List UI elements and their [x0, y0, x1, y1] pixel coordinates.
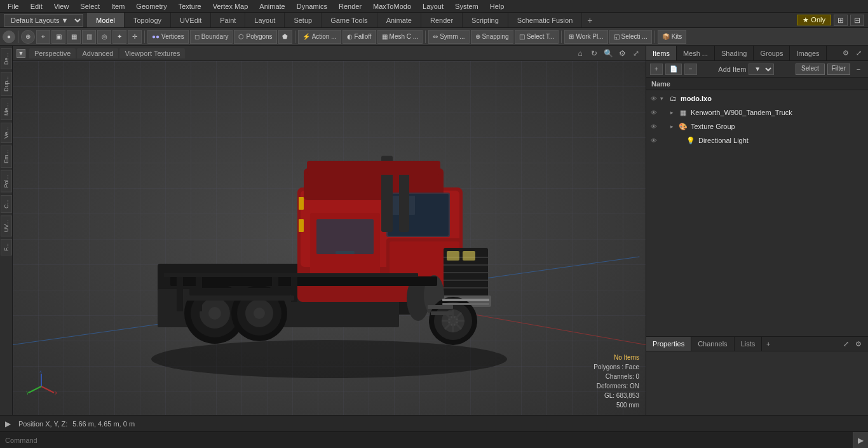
pp-tab-channels[interactable]: Channels	[691, 337, 734, 351]
select-t-btn[interactable]: ◫ Select T...	[515, 30, 559, 44]
vp-expand-icon[interactable]: ⤢	[630, 48, 642, 59]
item-eye-light[interactable]: 👁	[649, 135, 659, 146]
item-row-light[interactable]: 👁 💡 Directional Light	[646, 133, 868, 147]
vp-tab-textures[interactable]: Viewport Textures	[119, 48, 185, 58]
pp-tab-lists[interactable]: Lists	[735, 337, 763, 351]
symm-btn[interactable]: ⇔ Symm ...	[428, 30, 469, 44]
menu-animate[interactable]: Animate	[254, 1, 290, 11]
menu-system[interactable]: System	[450, 1, 484, 11]
rp-tab-shading[interactable]: Shading	[715, 46, 754, 60]
kits-btn[interactable]: 📦 Kits	[658, 30, 687, 44]
sidebar-tab-f[interactable]: F...	[1, 239, 12, 255]
item-row-root[interactable]: 👁 ▾ 🗂 modo.lxo	[646, 92, 868, 105]
mode-circle-btn[interactable]: ●	[3, 31, 15, 43]
item-arrow-texture[interactable]: ▸	[670, 123, 678, 130]
tool-target-btn[interactable]: ⌖	[36, 30, 50, 44]
rp-expand-icon[interactable]: ⤢	[853, 48, 864, 59]
tab-topology[interactable]: Topology	[125, 13, 171, 27]
status-arrow[interactable]: ▶	[5, 419, 11, 428]
items-doc-btn[interactable]: 📄	[665, 64, 682, 75]
tab-scripting[interactable]: Scripting	[463, 13, 508, 27]
menu-texture[interactable]: Texture	[173, 1, 207, 11]
vp-settings-icon[interactable]: ⚙	[616, 48, 628, 59]
items-plus-btn[interactable]: +	[650, 64, 663, 75]
tab-layout[interactable]: Layout	[245, 13, 285, 27]
tool-cross-btn[interactable]: ✛	[128, 30, 142, 44]
tab-setup[interactable]: Setup	[285, 13, 322, 27]
layout-icon-2[interactable]: ⊟	[850, 15, 864, 26]
item-eye-root[interactable]: 👁	[649, 93, 659, 104]
items-collapse-icon[interactable]: −	[853, 64, 864, 75]
add-item-select[interactable]: ▼	[749, 64, 774, 75]
sidebar-tab-uv[interactable]: UV...	[1, 215, 12, 236]
toggle-icon-btn[interactable]: ⬟	[278, 30, 292, 44]
vertices-btn[interactable]: ●● Vertices	[147, 30, 189, 44]
sidebar-tab-me[interactable]: Me...	[1, 98, 12, 120]
tab-animate[interactable]: Animate	[377, 13, 421, 27]
items-list[interactable]: 👁 ▾ 🗂 modo.lxo 👁 ▸ ▦ Kenworth_W900_Tande…	[646, 90, 868, 336]
mesh-c-btn[interactable]: ▦ Mesh C ...	[377, 30, 423, 44]
vp-home-icon[interactable]: ⌂	[574, 48, 586, 59]
menu-vertex-map[interactable]: Vertex Map	[208, 1, 254, 11]
items-minus-btn[interactable]: −	[684, 64, 697, 75]
action-btn[interactable]: ⚡ Action ...	[298, 30, 341, 44]
rp-tab-images[interactable]: Images	[790, 46, 826, 60]
menu-layout[interactable]: Layout	[417, 1, 449, 11]
vp-tab-advanced[interactable]: Advanced	[77, 48, 118, 58]
item-row-mesh[interactable]: 👁 ▸ ▦ Kenworth_W900_Tandem_Truck	[646, 105, 868, 119]
menu-edit[interactable]: Edit	[25, 1, 48, 11]
tab-schematic-fusion[interactable]: Schematic Fusion	[508, 13, 582, 27]
command-input[interactable]	[0, 437, 853, 444]
item-eye-texture[interactable]: 👁	[649, 121, 659, 132]
menu-dynamics[interactable]: Dynamics	[292, 1, 332, 11]
sidebar-tab-em[interactable]: Em...	[1, 146, 12, 168]
layout-icon-1[interactable]: ⊞	[834, 15, 848, 26]
item-arrow-mesh[interactable]: ▸	[670, 109, 678, 116]
viewport-menu-btn[interactable]: ▼	[17, 49, 25, 58]
pp-tab-add[interactable]: +	[762, 337, 775, 351]
tool-star-btn[interactable]: ✦	[112, 30, 126, 44]
item-row-texture[interactable]: 👁 ▸ 🎨 Texture Group	[646, 119, 868, 133]
menu-item[interactable]: Item	[106, 1, 130, 11]
vp-zoom-icon[interactable]: 🔍	[602, 48, 614, 59]
falloff-btn[interactable]: ◐ Falloff	[342, 30, 376, 44]
work-pl-btn[interactable]: ⊞ Work Pl...	[564, 30, 607, 44]
sidebar-tab-de[interactable]: De...	[1, 48, 12, 69]
menu-select[interactable]: Select	[75, 1, 105, 11]
tab-render[interactable]: Render	[421, 13, 463, 27]
tab-game-tools[interactable]: Game Tools	[322, 13, 377, 27]
menu-geometry[interactable]: Geometry	[131, 1, 172, 11]
layout-selector[interactable]: Default Layouts ▼	[4, 14, 83, 27]
tool-grid-btn[interactable]: ▦	[67, 30, 81, 44]
tool-box-btn[interactable]: ▣	[51, 30, 65, 44]
menu-render[interactable]: Render	[334, 1, 367, 11]
command-run-button[interactable]: ▶	[853, 432, 868, 448]
tool-half-grid-btn[interactable]: ▥	[82, 30, 96, 44]
sidebar-tab-c[interactable]: C...	[1, 195, 12, 213]
menu-file[interactable]: File	[3, 1, 24, 11]
viewport-canvas[interactable]: No Items Polygons : Face Channels: 0 Def…	[13, 61, 646, 415]
polygons-btn[interactable]: ⬡ Polygons	[234, 30, 276, 44]
vp-rotate-icon[interactable]: ↻	[588, 48, 600, 59]
pp-tab-properties[interactable]: Properties	[646, 337, 691, 351]
tab-uvedit[interactable]: UVEdit	[171, 13, 211, 27]
selecti-btn[interactable]: ◱ Selecti ...	[609, 30, 652, 44]
tab-model[interactable]: Model	[87, 13, 125, 27]
rp-tab-items[interactable]: Items	[646, 46, 677, 60]
tool-globe-btn[interactable]: ⊕	[21, 30, 35, 44]
menu-help[interactable]: Help	[485, 1, 510, 11]
sidebar-tab-ve[interactable]: Ve...	[1, 123, 12, 143]
star-button[interactable]: ★ Only	[797, 15, 831, 25]
tool-circle-btn[interactable]: ◎	[97, 30, 111, 44]
sidebar-tab-dup[interactable]: Dup...	[1, 72, 12, 96]
pp-settings-icon[interactable]: ⚙	[853, 338, 864, 350]
rp-tab-groups[interactable]: Groups	[754, 46, 790, 60]
boundary-btn[interactable]: ◻ Boundary	[190, 30, 233, 44]
items-select-btn[interactable]: Select	[796, 64, 825, 75]
tab-paint[interactable]: Paint	[211, 13, 245, 27]
rp-tab-mesh[interactable]: Mesh ...	[677, 46, 715, 60]
snapping-btn[interactable]: ⊕ Snapping	[471, 30, 513, 44]
pp-expand-icon[interactable]: ⤢	[840, 338, 851, 350]
tab-add[interactable]: +	[582, 13, 597, 27]
menu-maxtomode[interactable]: MaxToModo	[368, 1, 416, 11]
